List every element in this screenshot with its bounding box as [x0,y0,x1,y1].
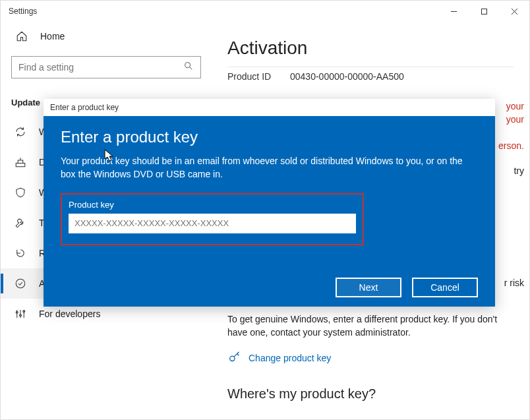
peek-text: r risk [504,278,524,288]
recovery-icon [14,247,27,260]
product-key-label: Product key [69,200,356,210]
sidebar-item-label: For developers [39,309,100,319]
check-circle-icon [14,277,27,290]
peek-text: your [506,114,524,125]
product-id-label: Product ID [227,71,290,82]
peek-text: your [506,101,524,111]
sidebar-home-label: Home [40,31,65,42]
dialog-titlebar: Enter a product key [44,99,495,116]
shield-icon [14,186,27,199]
sidebar-home[interactable]: Home [1,22,212,51]
cancel-button[interactable]: Cancel [412,278,478,297]
window-title: Settings [9,7,37,16]
search-input-wrap[interactable] [11,56,201,78]
next-button-label: Next [359,282,378,293]
product-id-row: Product ID 00430-00000-00000-AA500 [227,71,514,82]
change-key-link[interactable]: Change product key [227,350,514,367]
dialog-buttons: Next Cancel [336,278,478,297]
home-icon [15,30,28,43]
window-controls [438,1,529,22]
sync-icon [14,125,27,138]
page-title: Activation [227,38,514,59]
maximize-button[interactable] [469,1,499,22]
dialog-frame-title: Enter a product key [50,103,119,112]
svg-point-4 [185,63,191,68]
product-key-dialog: Enter a product key Enter a product key … [44,99,495,307]
svg-line-5 [190,67,192,69]
close-button[interactable] [499,1,529,22]
sub-heading: Where's my product key? [227,386,514,402]
peek-text: erson. [498,140,524,151]
product-key-input[interactable] [69,214,356,233]
next-button[interactable]: Next [336,278,401,297]
svg-point-14 [230,356,235,361]
search-icon [183,61,194,74]
product-key-field-box: Product key [61,193,364,245]
wrench-icon [14,216,27,229]
key-icon [227,350,242,367]
svg-point-7 [16,279,25,288]
svg-rect-6 [16,164,25,167]
change-key-label: Change product key [249,353,331,363]
delivery-icon [14,156,27,169]
dialog-heading: Enter a product key [61,128,478,146]
product-id-value: 00430-00000-00000-AA500 [290,71,404,82]
minimize-button[interactable] [438,1,469,22]
cancel-button-label: Cancel [430,282,459,293]
peek-text: try [514,165,524,176]
sliders-icon [14,307,27,320]
svg-rect-1 [481,9,486,14]
dialog-body: Enter a product key Your product key sho… [44,116,495,307]
sidebar-section-label: Update [11,98,40,107]
genuine-text: To get genuine Windows, enter a differen… [227,313,514,340]
dialog-description: Your product key should be in an email f… [61,154,469,181]
search-container [1,51,212,88]
settings-window: Settings Home U [0,0,530,420]
search-input[interactable] [18,62,183,73]
